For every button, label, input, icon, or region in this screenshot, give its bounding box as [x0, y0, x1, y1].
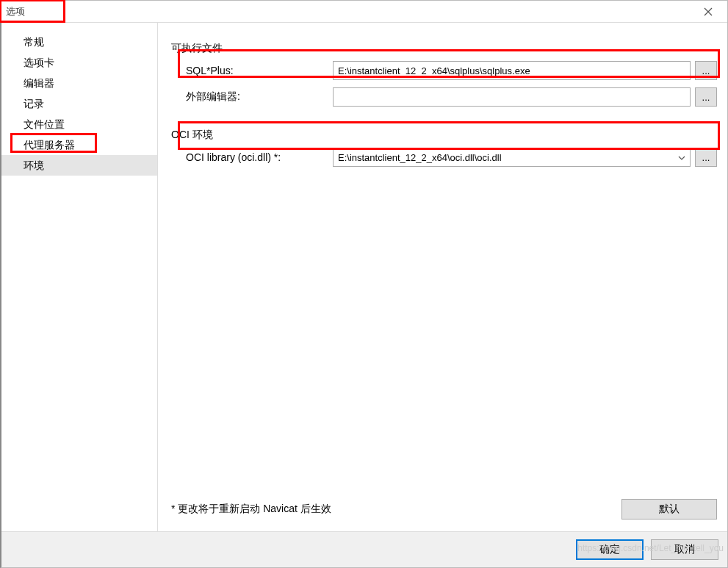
external-editor-row: 外部编辑器: ...	[171, 87, 717, 107]
ellipsis-label: ...	[702, 65, 710, 76]
restart-note: * 更改将于重新启动 Navicat 后生效	[171, 503, 331, 516]
sidebar-item-label: 记录	[24, 98, 44, 109]
sidebar-item-environment[interactable]: 环境	[1, 155, 157, 176]
sidebar: 常规 选项卡 编辑器 记录 文件位置 代理服务器 环境	[1, 23, 158, 531]
window-title: 选项	[4, 5, 691, 18]
sidebar-item-label: 环境	[24, 159, 44, 171]
sidebar-item-proxy[interactable]: 代理服务器	[1, 134, 157, 155]
dialog-footer: 确定 取消	[1, 532, 727, 567]
oci-section-title: OCI 环境	[171, 129, 717, 142]
external-editor-browse-button[interactable]: ...	[695, 87, 717, 107]
ellipsis-label: ...	[702, 92, 710, 103]
sidebar-item-label: 编辑器	[24, 77, 54, 89]
default-button[interactable]: 默认	[621, 499, 717, 520]
sidebar-item-label: 代理服务器	[24, 139, 75, 151]
sqlplus-input[interactable]	[333, 61, 691, 80]
sidebar-item-file-location[interactable]: 文件位置	[1, 114, 157, 134]
close-button[interactable]	[691, 1, 724, 22]
sqlplus-browse-button[interactable]: ...	[695, 61, 717, 80]
executables-section-title: 可执行文件	[171, 42, 717, 55]
ellipsis-label: ...	[702, 152, 710, 163]
sidebar-item-records[interactable]: 记录	[1, 93, 157, 114]
sidebar-item-label: 文件位置	[24, 118, 65, 130]
sidebar-item-editor[interactable]: 编辑器	[1, 73, 157, 93]
cancel-button[interactable]: 取消	[651, 539, 718, 560]
sidebar-item-label: 选项卡	[24, 57, 54, 68]
sidebar-item-tabs[interactable]: 选项卡	[1, 52, 157, 73]
chevron-down-icon	[678, 154, 685, 162]
sidebar-item-label: 常规	[24, 36, 44, 48]
external-editor-input[interactable]	[333, 87, 691, 107]
oci-label: OCI library (oci.dll) *:	[186, 151, 333, 163]
oci-value: E:\instantclient_12_2_x64\oci.dll\oci.dl…	[338, 152, 678, 163]
content-panel: 可执行文件 SQL*Plus: ... 外部编辑器: ... OCI 环境 OC…	[158, 23, 727, 531]
ok-button[interactable]: 确定	[576, 539, 644, 560]
titlebar: 选项	[1, 1, 727, 23]
external-editor-label: 外部编辑器:	[186, 90, 333, 104]
sqlplus-row: SQL*Plus: ...	[171, 61, 717, 80]
sqlplus-label: SQL*Plus:	[186, 65, 333, 76]
oci-dropdown[interactable]: E:\instantclient_12_2_x64\oci.dll\oci.dl…	[333, 148, 691, 167]
oci-row: OCI library (oci.dll) *: E:\instantclien…	[171, 148, 717, 167]
sidebar-item-general[interactable]: 常规	[1, 32, 157, 52]
close-icon	[704, 7, 713, 16]
oci-browse-button[interactable]: ...	[695, 148, 717, 167]
